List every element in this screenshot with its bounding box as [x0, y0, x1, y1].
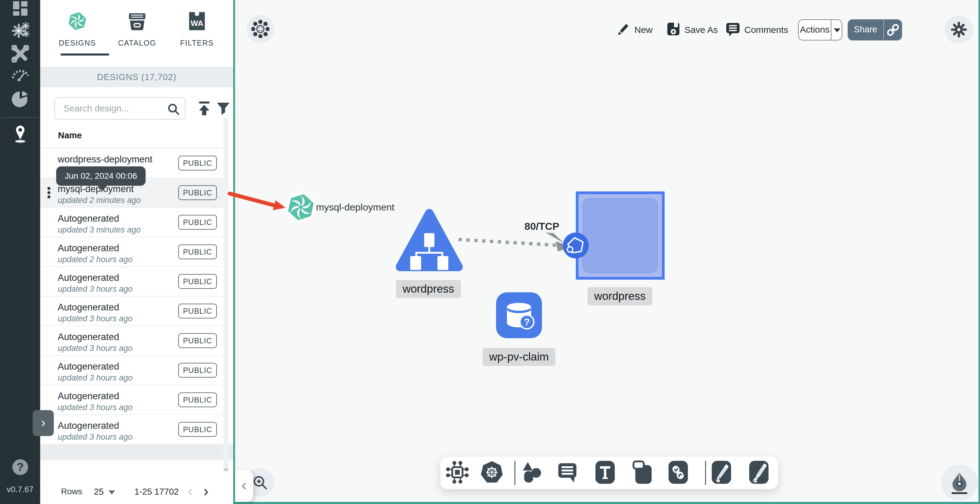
design-name: Autogenerated — [58, 420, 119, 431]
new-label: New — [635, 25, 652, 35]
design-name: wordpress-deployment — [58, 154, 153, 165]
tooltip-caret — [97, 185, 108, 191]
design-list-row[interactable]: Autogenerated updated 3 hours ago PUBLIC — [40, 356, 224, 385]
import-design-icon[interactable] — [197, 101, 212, 117]
toolbar-divider — [705, 461, 706, 485]
catalog-archive-icon — [128, 12, 146, 32]
comments-button[interactable]: Comments — [725, 19, 788, 40]
rows-per-page-select[interactable]: 25 — [94, 487, 103, 497]
design-updated: updated 3 hours ago — [58, 314, 133, 323]
link-tool[interactable] — [667, 460, 690, 486]
panel-expand-button[interactable]: › — [33, 410, 54, 436]
wordpress-deployment-label[interactable]: wordpress — [396, 280, 461, 298]
visibility-badge[interactable]: PUBLIC — [178, 245, 217, 259]
app-version: v0.7.67 — [0, 485, 40, 494]
search-icon[interactable] — [167, 102, 180, 117]
design-list-row[interactable]: Autogenerated updated 3 minutes ago PUBL… — [40, 208, 224, 237]
wordpress-service-node[interactable] — [576, 191, 665, 280]
wasm-filters-icon: WA — [188, 11, 206, 32]
wordpress-service-node-body — [582, 198, 658, 273]
configuration-wrenches-icon[interactable] — [11, 45, 29, 64]
save-as-button[interactable]: Save As — [667, 19, 718, 40]
kubernetes-tool[interactable] — [480, 461, 504, 485]
component-shapes-tool[interactable] — [446, 461, 469, 485]
shapes-tool[interactable] — [520, 461, 544, 485]
designs-panel: DESIGNS CATALOG WA FILTERS — [40, 0, 233, 504]
list-end-band — [40, 445, 233, 460]
filter-funnel-icon[interactable] — [216, 102, 230, 116]
pagination-range: 1-25 17702 — [134, 487, 179, 497]
performance-gauge-icon[interactable] — [11, 67, 29, 83]
column-divider — [40, 147, 224, 148]
canvas-panel-collapse-button[interactable]: ‹ — [235, 470, 253, 502]
list-scrollbar[interactable] — [224, 118, 228, 501]
search-input[interactable] — [64, 100, 163, 117]
design-list-row[interactable]: Autogenerated updated 3 hours ago PUBLIC — [40, 297, 224, 326]
extensions-icon[interactable] — [11, 91, 29, 110]
help-icon[interactable]: ? — [12, 459, 29, 477]
edge-port-label[interactable]: 80/TCP — [525, 221, 559, 232]
actions-split-button[interactable]: Actions — [798, 19, 842, 40]
search-box — [54, 97, 186, 119]
dashboard-icon[interactable] — [13, 1, 28, 17]
panel-header: DESIGNS (17,702) — [40, 67, 233, 87]
comments-label: Comments — [745, 25, 788, 35]
tab-filters[interactable]: WA FILTERS — [167, 0, 227, 65]
svg-text:WA: WA — [191, 19, 203, 28]
wp-pv-claim-node[interactable]: ? — [496, 292, 542, 339]
design-updated: updated 3 hours ago — [58, 432, 133, 442]
design-list-row[interactable]: Autogenerated updated 3 hours ago PUBLIC — [40, 415, 224, 445]
tab-designs[interactable]: DESIGNS — [48, 0, 107, 65]
mesh-layers-toggle-button[interactable] — [247, 15, 274, 43]
kanvas-pin-icon[interactable] — [11, 123, 29, 144]
comment-tool[interactable] — [556, 461, 579, 485]
wp-pv-claim-label[interactable]: wp-pv-claim — [482, 348, 555, 366]
settings-gear-button[interactable] — [945, 15, 973, 44]
tab-catalog[interactable]: CATALOG — [107, 0, 167, 65]
design-name: Autogenerated — [58, 272, 119, 283]
rows-per-page-caret-icon[interactable] — [108, 490, 115, 494]
svg-text:?: ? — [524, 316, 530, 328]
visibility-badge[interactable]: PUBLIC — [178, 156, 217, 171]
design-name: Autogenerated — [58, 243, 119, 254]
mysql-node-label[interactable]: mysql-deployment — [316, 202, 395, 213]
visibility-badge[interactable]: PUBLIC — [178, 185, 217, 200]
design-list-row[interactable]: Autogenerated updated 3 hours ago PUBLIC — [40, 267, 224, 297]
meshery-swirl-icon — [67, 11, 87, 32]
design-canvas[interactable]: New Save As Comments — [233, 0, 980, 504]
design-list-row[interactable]: Autogenerated updated 3 hours ago PUBLIC — [40, 385, 224, 415]
new-button[interactable]: New — [616, 19, 652, 40]
mysql-node-icon[interactable] — [284, 190, 318, 225]
service-port-badge[interactable] — [563, 232, 589, 260]
wordpress-deployment-node[interactable] — [395, 208, 464, 278]
design-updated: updated 3 hours ago — [58, 343, 133, 353]
row-menu-icon[interactable] — [48, 186, 51, 200]
wordpress-service-label[interactable]: wordpress — [587, 287, 652, 305]
actions-dropdown-caret-icon[interactable] — [834, 29, 840, 32]
tab-filters-label: FILTERS — [167, 39, 227, 48]
design-name: Autogenerated — [58, 391, 119, 402]
design-updated: updated 3 hours ago — [58, 373, 133, 383]
toolbar-divider — [514, 461, 515, 485]
visibility-badge[interactable]: PUBLIC — [178, 333, 217, 348]
design-pen-nib-button[interactable] — [941, 464, 978, 501]
actions-label: Actions — [799, 24, 831, 35]
design-list-row[interactable]: Autogenerated updated 2 hours ago PUBLIC — [40, 237, 224, 267]
lifecycle-gears-icon[interactable] — [10, 21, 30, 41]
doodle-tool[interactable] — [748, 460, 770, 486]
visibility-badge[interactable]: PUBLIC — [178, 304, 217, 319]
visibility-badge[interactable]: PUBLIC — [178, 422, 217, 437]
design-list-row[interactable]: Autogenerated updated 3 hours ago PUBLIC — [40, 326, 224, 356]
visibility-badge[interactable]: PUBLIC — [178, 274, 217, 289]
save-as-label: Save As — [684, 25, 718, 35]
text-tool[interactable] — [593, 460, 617, 486]
copy-link-icon[interactable] — [886, 23, 900, 38]
next-page-button[interactable]: › — [203, 482, 208, 500]
pen-tool[interactable] — [710, 460, 733, 486]
visibility-badge[interactable]: PUBLIC — [178, 393, 217, 407]
visibility-badge[interactable]: PUBLIC — [178, 363, 217, 378]
share-split-button[interactable]: Share — [848, 19, 902, 40]
visibility-badge[interactable]: PUBLIC — [178, 215, 217, 230]
note-tool[interactable] — [631, 460, 654, 486]
prev-page-button[interactable]: ‹ — [188, 482, 193, 500]
